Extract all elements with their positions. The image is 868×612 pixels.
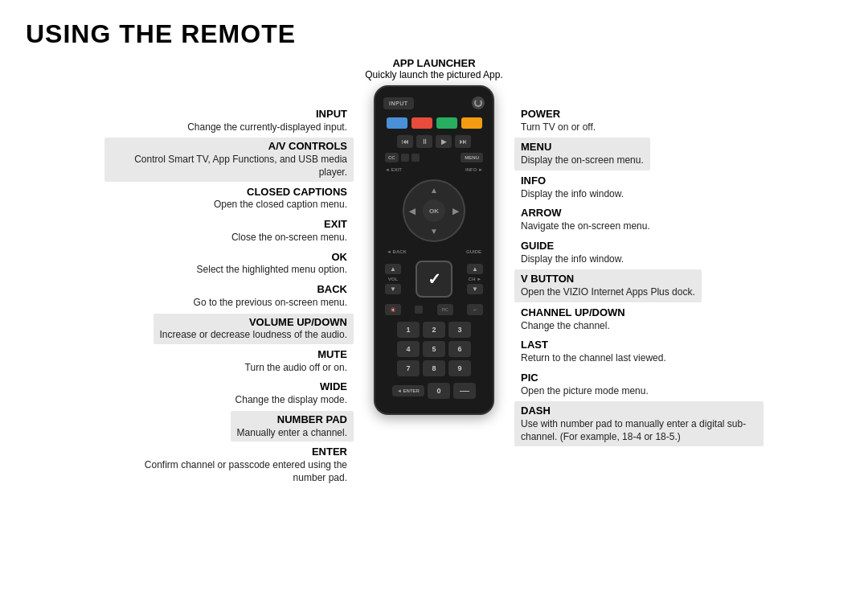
v-button[interactable]: ✓ — [416, 261, 452, 298]
left-labels-panel: INPUT Change the currently-displayed inp… — [104, 57, 354, 489]
volume-group: ▲ VOL ▼ — [385, 264, 401, 294]
input-button[interactable]: INPUT — [383, 97, 414, 109]
label-pic: PIC Open the picture mode menu. — [514, 369, 655, 400]
num-4-button[interactable]: 4 — [397, 341, 420, 357]
back-guide-row: ◄ BACK GUIDE — [383, 249, 485, 254]
cc-group: CC — [385, 153, 420, 162]
label-back: BACK Go to the previous on-screen menu. — [187, 281, 354, 311]
guide-button[interactable]: GUIDE — [466, 249, 481, 254]
num-8-button[interactable]: 8 — [423, 360, 445, 376]
label-last: LAST Return to the channel last viewed. — [514, 336, 673, 367]
label-guide: GUIDE Display the info window. — [514, 237, 630, 268]
remote-top-row: INPUT — [383, 97, 485, 109]
exit-button[interactable]: ◄ EXIT — [385, 167, 402, 172]
label-power: POWER Turn TV on or off. — [514, 105, 602, 136]
label-v-button: V BUTTON Open the VIZIO Internet Apps Pl… — [514, 269, 702, 302]
enter-button[interactable]: ◄ ENTER — [392, 385, 424, 396]
rewind-button[interactable]: ⏮ — [397, 135, 413, 148]
volume-up-button[interactable]: ▲ — [385, 264, 401, 274]
num-2-button[interactable]: 2 — [423, 322, 445, 338]
mute-row: 🔇 PIC ↩ — [383, 304, 485, 315]
channel-group: ▲ CH ► ▼ — [467, 264, 483, 294]
arrow-left-button[interactable]: ◀ — [409, 207, 416, 216]
numpad: 1 2 3 4 5 6 7 8 9 — [397, 322, 471, 376]
arrow-up-button[interactable]: ▲ — [430, 186, 438, 195]
menu-button[interactable]: MENU — [461, 153, 483, 162]
fast-forward-button[interactable]: ⏭ — [455, 135, 471, 148]
remote-body: INPUT ⏮ ⏸ ▶ ⏭ CC — [374, 85, 494, 415]
back-button[interactable]: ◄ BACK — [387, 249, 407, 254]
arrow-circle: ▲ ▼ ◀ ▶ OK — [403, 179, 465, 242]
info-button[interactable]: INFO ► — [465, 167, 483, 172]
cc-button[interactable]: CC — [385, 153, 399, 162]
enter-row: ◄ ENTER 0 — — [392, 383, 476, 399]
remote-container: APP LAUNCHER Quickly launch the pictured… — [354, 57, 514, 415]
app-btn-4[interactable] — [461, 117, 482, 129]
app-btn-3[interactable] — [436, 117, 457, 129]
pic-button[interactable]: PIC — [437, 304, 453, 315]
num-5-button[interactable]: 5 — [423, 341, 445, 357]
channel-up-button[interactable]: ▲ — [467, 264, 483, 274]
label-number-pad: NUMBER PAD Manually enter a channel. — [231, 411, 354, 442]
num-0-button[interactable]: 0 — [428, 383, 450, 399]
label-menu: MENU Display the on-screen menu. — [514, 138, 650, 170]
play-pause-button[interactable]: ⏸ — [416, 135, 432, 148]
power-button[interactable] — [472, 97, 485, 109]
v-checkmark-icon: ✓ — [428, 269, 441, 289]
mute-button[interactable]: 🔇 — [385, 304, 401, 315]
square-button-2[interactable] — [411, 154, 420, 162]
label-arrow: ARROW Navigate the on-screen menu. — [514, 204, 657, 235]
square-button[interactable] — [401, 154, 409, 162]
ok-button[interactable]: OK — [423, 199, 445, 222]
label-enter: ENTER Confirm channel or passcode entere… — [104, 443, 354, 487]
num-9-button[interactable]: 9 — [448, 360, 471, 376]
num-3-button[interactable]: 3 — [448, 322, 471, 338]
vol-label: VOL — [388, 277, 398, 281]
label-input: INPUT Change the currently-displayed inp… — [181, 105, 354, 136]
app-launcher-row — [383, 117, 485, 129]
last-button[interactable]: ↩ — [467, 304, 483, 315]
v-button-area: ✓ — [414, 259, 454, 299]
page-title: USING THE REMOTE — [0, 0, 868, 57]
right-labels-panel: POWER Turn TV on or off. MENU Display th… — [514, 57, 764, 448]
label-info: INFO Display the info window. — [514, 172, 630, 203]
play-button[interactable]: ▶ — [436, 135, 452, 148]
ch-label: CH ► — [469, 277, 481, 281]
num-6-button[interactable]: 6 — [448, 341, 471, 357]
label-ok: OK Select the highlighted menu option. — [190, 248, 354, 279]
arrow-right-button[interactable]: ▶ — [452, 207, 459, 216]
volume-down-button[interactable]: ▼ — [385, 284, 401, 294]
av-controls-row: ⏮ ⏸ ▶ ⏭ — [383, 135, 485, 148]
label-mute: MUTE Turn the audio off or on. — [239, 346, 354, 376]
label-av-controls: A/V CONTROLS Control Smart TV, App Funct… — [104, 138, 354, 181]
label-volume-updown: VOLUME UP/DOWN Increase or decrease loud… — [154, 314, 354, 344]
vol-ch-row: ▲ VOL ▼ ✓ ▲ CH ► ▼ — [383, 259, 485, 299]
num-1-button[interactable]: 1 — [397, 322, 420, 338]
label-channel-updown: CHANNEL UP/DOWN Change the channel. — [514, 304, 632, 335]
wide-button[interactable] — [415, 306, 423, 314]
label-exit: EXIT Close the on-screen menu. — [225, 216, 354, 246]
app-launcher-label: APP LAUNCHER Quickly launch the pictured… — [365, 57, 502, 80]
app-btn-2[interactable] — [411, 117, 432, 129]
num-7-button[interactable]: 7 — [397, 360, 420, 376]
exit-info-row: ◄ EXIT INFO ► — [383, 167, 485, 172]
arrow-down-button[interactable]: ▼ — [430, 227, 438, 236]
label-dash: DASH Use with number pad to manually ent… — [514, 401, 764, 446]
app-btn-1[interactable] — [387, 117, 407, 129]
arrow-pad: ▲ ▼ ◀ ▶ OK — [402, 179, 466, 243]
channel-down-button[interactable]: ▼ — [467, 284, 483, 294]
label-wide: WIDE Change the display mode. — [229, 378, 354, 409]
cc-menu-row: CC MENU — [383, 153, 485, 162]
label-closed-captions: CLOSED CAPTIONS Open the closed caption … — [207, 183, 354, 214]
dash-button[interactable]: — — [453, 383, 476, 399]
